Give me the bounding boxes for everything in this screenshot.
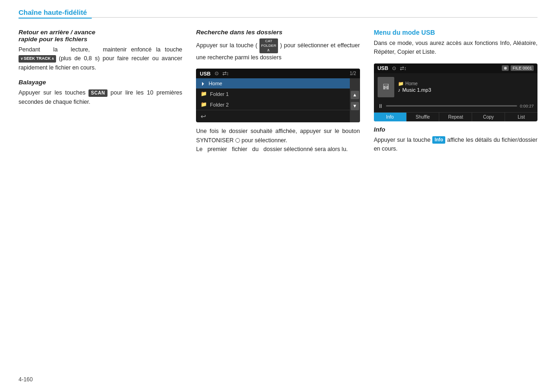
info-button: Info xyxy=(432,136,445,144)
usb-label-2: USB xyxy=(378,65,388,71)
usb-folder-list: ⏵ Home 📁 Folder 1 📁 Folder 2 ↩ xyxy=(196,78,349,122)
col1-section1-title: Retour en arrière / avancerapide pour le… xyxy=(19,29,182,43)
cat-folder-button: CAT FOLDER ∧ xyxy=(259,38,278,53)
play-pause-icon: ⏸ xyxy=(378,103,383,109)
cd-icon: ⏺ xyxy=(502,65,509,71)
usb2-icon-circle: ⊙ xyxy=(392,65,396,71)
usb2-body: 🖬 📁 Home ♪ Music 1.mp3 xyxy=(374,73,537,101)
folder2-icon: 📁 xyxy=(201,101,207,107)
usb-back-row: ↩ xyxy=(196,110,349,122)
scroll-up-button[interactable]: ▲ xyxy=(351,91,359,99)
col3-section2-text: Appuyer sur la touche Info affiche les d… xyxy=(374,136,537,154)
usb-screen-2: USB ⊙ ⇄↕ ⏺ FILE 0001 🖬 📁 Hom xyxy=(374,63,537,121)
page-header: Chaîne haute-fidélité xyxy=(19,8,537,20)
col1-section1-text: Pendant la lecture, maintenir enfoncé la… xyxy=(19,45,182,72)
header-title: Chaîne haute-fidélité xyxy=(19,8,92,19)
col3-section1-text: Dans ce mode, vous aurez accès aux fonct… xyxy=(374,39,537,57)
usb-icon-arrows: ⇄↕ xyxy=(222,70,229,76)
folder2-label: Folder 2 xyxy=(210,102,228,107)
scan-button: SCAN xyxy=(88,89,107,97)
syntoniser-circle-icon xyxy=(235,138,240,143)
page-number: 4-160 xyxy=(19,376,33,383)
seek-track-button: ∨ SEEK TRACK ∧ xyxy=(19,55,56,63)
usb-screen-1: USB ⊙ ⇄↕ 1/2 ⏵ Home 📁 Folder 1 xyxy=(196,69,360,122)
music-note-icon: ♪ xyxy=(398,87,401,93)
usb2-menu-bar: Info Shuffle Repeat Copy List xyxy=(374,112,537,121)
folder-home-icon: 📁 xyxy=(398,81,404,86)
usb-row-folder1: 📁 Folder 1 xyxy=(196,89,349,99)
main-content: Retour en arrière / avancerapide pour le… xyxy=(19,29,537,372)
home-folder-icon: ⏵ xyxy=(201,81,206,86)
usb-label-1: USB xyxy=(200,71,210,76)
usb2-icon-arrows: ⇄↕ xyxy=(400,65,407,71)
page-footer: 4-160 xyxy=(19,372,537,383)
usb2-folder-name: 📁 Home xyxy=(398,81,534,86)
usb-icon-circle: ⊙ xyxy=(215,70,219,76)
col2-section-text: Appuyer sur la touche ( CAT FOLDER ∧ ) p… xyxy=(196,38,360,62)
usb-screen-1-header: USB ⊙ ⇄↕ 1/2 xyxy=(196,69,360,78)
usb-row-home: ⏵ Home xyxy=(196,78,349,89)
usb-page-number: 1/2 xyxy=(350,71,356,76)
col3-section2-title: Info xyxy=(374,126,537,133)
usb2-song-name: ♪ Music 1.mp3 xyxy=(398,87,534,93)
col2-section-title: Recherche dans les dossiers xyxy=(196,29,360,36)
col2-text2: Une fois le dossier souhaité affichée, a… xyxy=(196,127,360,154)
usb2-menu-copy[interactable]: Copy xyxy=(472,113,505,121)
progress-track xyxy=(386,105,517,107)
usb-screen-2-header: USB ⊙ ⇄↕ ⏺ FILE 0001 xyxy=(374,63,537,73)
usb2-menu-list[interactable]: List xyxy=(505,113,537,121)
usb2-controls: ⏸ 0:00:27 xyxy=(374,101,537,110)
col1-section2-text: Appuyer sur les touches SCAN pour lire l… xyxy=(19,89,182,107)
usb2-thumbnail: 🖬 xyxy=(378,77,394,97)
usb2-menu-shuffle[interactable]: Shuffle xyxy=(407,113,440,121)
folder1-icon: 📁 xyxy=(201,91,207,97)
usb-screen-1-body: ⏵ Home 📁 Folder 1 📁 Folder 2 ↩ xyxy=(196,78,360,122)
col-3: Menu du mode USB Dans ce mode, vous aure… xyxy=(374,29,537,372)
home-folder-label: Home xyxy=(208,81,222,86)
col3-section1-title: Menu du mode USB xyxy=(374,29,537,36)
header-divider xyxy=(92,17,537,18)
time-display: 0:00:27 xyxy=(520,104,534,108)
usb2-track-info: 📁 Home ♪ Music 1.mp3 xyxy=(398,81,534,93)
folder1-label: Folder 1 xyxy=(210,91,228,97)
col1-section2-title: Balayage xyxy=(19,79,182,86)
scroll-down-button[interactable]: ▼ xyxy=(351,102,359,110)
col-2: Recherche dans les dossiers Appuyer sur … xyxy=(196,29,360,372)
usb2-menu-info[interactable]: Info xyxy=(374,113,407,121)
usb-scroll-buttons: ▲ ▼ xyxy=(350,78,360,122)
usb2-menu-repeat[interactable]: Repeat xyxy=(439,113,472,121)
usb2-progress-bar: ⏸ 0:00:27 xyxy=(378,103,534,109)
col-1: Retour en arrière / avancerapide pour le… xyxy=(19,29,182,372)
usb2-thumb-icon: 🖬 xyxy=(382,83,390,91)
usb-row-folder2: 📁 Folder 2 xyxy=(196,99,349,110)
file-badge: FILE 0001 xyxy=(511,65,534,71)
